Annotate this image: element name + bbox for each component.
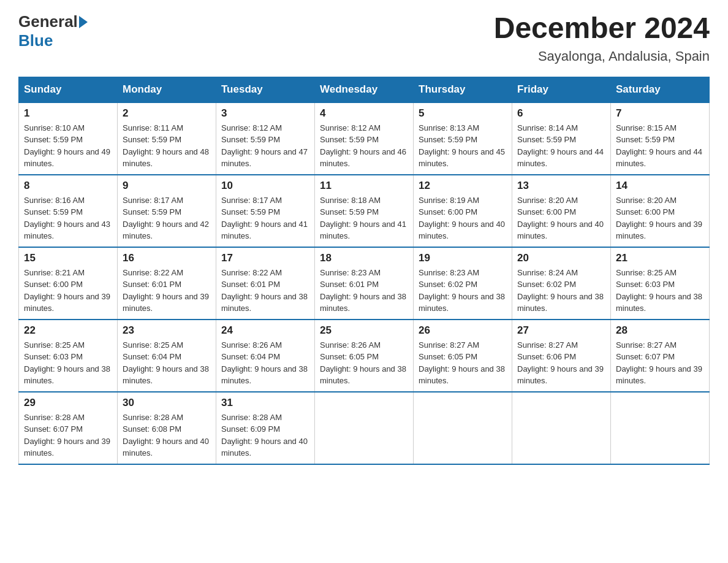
calendar-cell: 5Sunrise: 8:13 AMSunset: 5:59 PMDaylight…	[414, 102, 512, 175]
day-number: 29	[24, 397, 112, 409]
calendar-cell: 3Sunrise: 8:12 AMSunset: 5:59 PMDaylight…	[216, 102, 315, 175]
day-info: Sunrise: 8:21 AMSunset: 6:00 PMDaylight:…	[24, 267, 112, 315]
day-number: 3	[221, 107, 309, 120]
day-info: Sunrise: 8:10 AMSunset: 5:59 PMDaylight:…	[24, 122, 112, 170]
calendar-cell: 2Sunrise: 8:11 AMSunset: 5:59 PMDaylight…	[118, 102, 216, 175]
day-info: Sunrise: 8:18 AMSunset: 5:59 PMDaylight:…	[320, 194, 408, 242]
calendar-cell: 7Sunrise: 8:15 AMSunset: 5:59 PMDaylight…	[611, 102, 710, 175]
day-number: 28	[616, 324, 704, 337]
day-number: 5	[419, 107, 507, 120]
calendar-cell: 16Sunrise: 8:22 AMSunset: 6:01 PMDayligh…	[118, 247, 216, 320]
day-info: Sunrise: 8:22 AMSunset: 6:01 PMDaylight:…	[123, 267, 211, 315]
calendar-cell: 8Sunrise: 8:16 AMSunset: 5:59 PMDaylight…	[19, 175, 118, 247]
day-number: 12	[419, 180, 507, 192]
calendar-cell: 12Sunrise: 8:19 AMSunset: 6:00 PMDayligh…	[414, 175, 512, 247]
day-number: 27	[517, 324, 605, 337]
day-info: Sunrise: 8:20 AMSunset: 6:00 PMDaylight:…	[517, 194, 605, 242]
day-number: 1	[24, 107, 112, 120]
day-number: 19	[419, 252, 507, 264]
calendar-cell: 17Sunrise: 8:22 AMSunset: 6:01 PMDayligh…	[216, 247, 315, 320]
day-number: 7	[616, 107, 704, 120]
day-info: Sunrise: 8:28 AMSunset: 6:09 PMDaylight:…	[221, 412, 309, 459]
calendar-cell: 21Sunrise: 8:25 AMSunset: 6:03 PMDayligh…	[611, 247, 710, 320]
day-number: 11	[320, 180, 408, 192]
calendar-cell: 28Sunrise: 8:27 AMSunset: 6:07 PMDayligh…	[611, 320, 710, 392]
day-number: 10	[221, 180, 309, 192]
calendar-cell	[414, 392, 512, 464]
day-number: 31	[221, 397, 309, 409]
day-number: 13	[517, 180, 605, 192]
day-info: Sunrise: 8:28 AMSunset: 6:07 PMDaylight:…	[24, 412, 112, 459]
calendar-cell: 9Sunrise: 8:17 AMSunset: 5:59 PMDaylight…	[118, 175, 216, 247]
day-number: 16	[123, 252, 211, 264]
day-info: Sunrise: 8:28 AMSunset: 6:08 PMDaylight:…	[123, 412, 211, 459]
day-number: 6	[517, 107, 605, 120]
calendar-cell: 30Sunrise: 8:28 AMSunset: 6:08 PMDayligh…	[118, 392, 216, 464]
calendar-cell: 23Sunrise: 8:25 AMSunset: 6:04 PMDayligh…	[118, 320, 216, 392]
calendar-week-row: 15Sunrise: 8:21 AMSunset: 6:00 PMDayligh…	[19, 247, 710, 320]
day-number: 22	[24, 324, 112, 337]
day-info: Sunrise: 8:25 AMSunset: 6:03 PMDaylight:…	[616, 267, 704, 315]
calendar-cell: 1Sunrise: 8:10 AMSunset: 5:59 PMDaylight…	[19, 102, 118, 175]
calendar-cell	[611, 392, 710, 464]
day-info: Sunrise: 8:24 AMSunset: 6:02 PMDaylight:…	[517, 267, 605, 315]
day-number: 4	[320, 107, 408, 120]
calendar-week-row: 29Sunrise: 8:28 AMSunset: 6:07 PMDayligh…	[19, 392, 710, 464]
day-number: 9	[123, 180, 211, 192]
day-info: Sunrise: 8:13 AMSunset: 5:59 PMDaylight:…	[419, 122, 507, 170]
calendar-cell: 19Sunrise: 8:23 AMSunset: 6:02 PMDayligh…	[414, 247, 512, 320]
page-header: General Blue December 2024 Sayalonga, An…	[18, 12, 710, 64]
title-block: December 2024 Sayalonga, Andalusia, Spai…	[494, 12, 710, 64]
day-info: Sunrise: 8:22 AMSunset: 6:01 PMDaylight:…	[221, 267, 309, 315]
day-info: Sunrise: 8:26 AMSunset: 6:05 PMDaylight:…	[320, 339, 408, 387]
day-info: Sunrise: 8:20 AMSunset: 6:00 PMDaylight:…	[616, 194, 704, 242]
day-info: Sunrise: 8:27 AMSunset: 6:06 PMDaylight:…	[517, 339, 605, 387]
day-info: Sunrise: 8:25 AMSunset: 6:04 PMDaylight:…	[123, 339, 211, 387]
day-number: 20	[517, 252, 605, 264]
day-number: 8	[24, 180, 112, 192]
day-info: Sunrise: 8:17 AMSunset: 5:59 PMDaylight:…	[123, 194, 211, 242]
calendar-cell: 18Sunrise: 8:23 AMSunset: 6:01 PMDayligh…	[315, 247, 414, 320]
logo: General Blue	[18, 12, 89, 50]
day-info: Sunrise: 8:26 AMSunset: 6:04 PMDaylight:…	[221, 339, 309, 387]
calendar-cell: 14Sunrise: 8:20 AMSunset: 6:00 PMDayligh…	[611, 175, 710, 247]
calendar-header-sunday: Sunday	[19, 77, 118, 102]
day-number: 24	[221, 324, 309, 337]
location-subtitle: Sayalonga, Andalusia, Spain	[494, 48, 710, 64]
calendar-header-wednesday: Wednesday	[315, 77, 414, 102]
day-number: 17	[221, 252, 309, 264]
calendar-header-friday: Friday	[512, 77, 611, 102]
logo-general-text: General	[18, 12, 78, 31]
calendar-table: SundayMondayTuesdayWednesdayThursdayFrid…	[18, 77, 710, 465]
logo-arrow-icon	[79, 16, 88, 28]
calendar-week-row: 22Sunrise: 8:25 AMSunset: 6:03 PMDayligh…	[19, 320, 710, 392]
calendar-cell: 11Sunrise: 8:18 AMSunset: 5:59 PMDayligh…	[315, 175, 414, 247]
day-number: 26	[419, 324, 507, 337]
day-number: 18	[320, 252, 408, 264]
day-number: 15	[24, 252, 112, 264]
day-info: Sunrise: 8:16 AMSunset: 5:59 PMDaylight:…	[24, 194, 112, 242]
calendar-cell: 22Sunrise: 8:25 AMSunset: 6:03 PMDayligh…	[19, 320, 118, 392]
calendar-cell: 26Sunrise: 8:27 AMSunset: 6:05 PMDayligh…	[414, 320, 512, 392]
calendar-cell: 10Sunrise: 8:17 AMSunset: 5:59 PMDayligh…	[216, 175, 315, 247]
calendar-header-saturday: Saturday	[611, 77, 710, 102]
calendar-cell: 24Sunrise: 8:26 AMSunset: 6:04 PMDayligh…	[216, 320, 315, 392]
day-number: 23	[123, 324, 211, 337]
calendar-cell: 13Sunrise: 8:20 AMSunset: 6:00 PMDayligh…	[512, 175, 611, 247]
day-number: 21	[616, 252, 704, 264]
calendar-week-row: 1Sunrise: 8:10 AMSunset: 5:59 PMDaylight…	[19, 102, 710, 175]
calendar-cell: 20Sunrise: 8:24 AMSunset: 6:02 PMDayligh…	[512, 247, 611, 320]
day-info: Sunrise: 8:23 AMSunset: 6:02 PMDaylight:…	[419, 267, 507, 315]
day-info: Sunrise: 8:25 AMSunset: 6:03 PMDaylight:…	[24, 339, 112, 387]
month-title: December 2024	[494, 12, 710, 45]
calendar-cell: 15Sunrise: 8:21 AMSunset: 6:00 PMDayligh…	[19, 247, 118, 320]
day-info: Sunrise: 8:15 AMSunset: 5:59 PMDaylight:…	[616, 122, 704, 170]
day-info: Sunrise: 8:11 AMSunset: 5:59 PMDaylight:…	[123, 122, 211, 170]
calendar-cell: 25Sunrise: 8:26 AMSunset: 6:05 PMDayligh…	[315, 320, 414, 392]
calendar-cell: 31Sunrise: 8:28 AMSunset: 6:09 PMDayligh…	[216, 392, 315, 464]
calendar-week-row: 8Sunrise: 8:16 AMSunset: 5:59 PMDaylight…	[19, 175, 710, 247]
day-info: Sunrise: 8:27 AMSunset: 6:07 PMDaylight:…	[616, 339, 704, 387]
calendar-header-tuesday: Tuesday	[216, 77, 315, 102]
day-number: 25	[320, 324, 408, 337]
calendar-header-row: SundayMondayTuesdayWednesdayThursdayFrid…	[19, 77, 710, 102]
